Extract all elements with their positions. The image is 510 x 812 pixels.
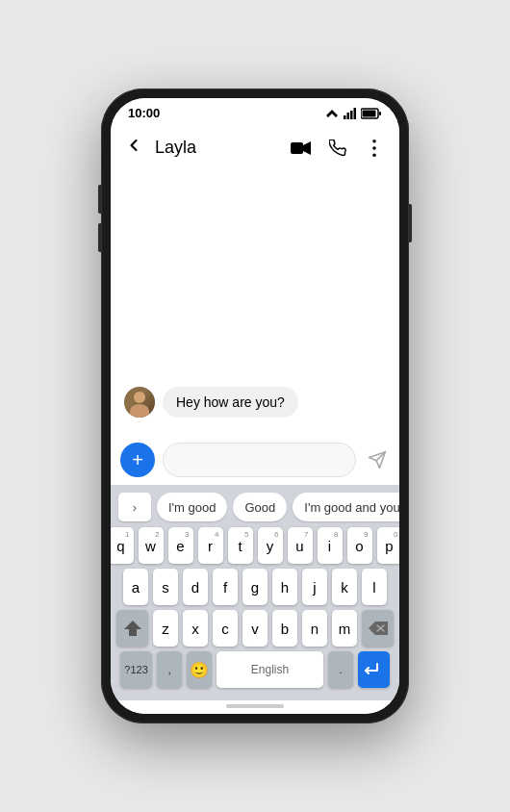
key-f[interactable]: f	[213, 569, 238, 605]
key-a[interactable]: a	[123, 569, 148, 605]
key-m[interactable]: m	[332, 610, 357, 647]
key-s[interactable]: s	[153, 569, 178, 605]
send-button[interactable]	[364, 444, 390, 475]
keyboard: › I'm good Good I'm good and you?	[111, 485, 399, 700]
comma-key[interactable]: ,	[157, 651, 182, 688]
plus-icon: +	[132, 449, 143, 471]
status-bar: 10:00	[111, 98, 399, 124]
key-t[interactable]: 5t	[228, 527, 253, 564]
key-i[interactable]: 8i	[318, 527, 343, 564]
key-j[interactable]: j	[302, 569, 327, 605]
key-h[interactable]: h	[272, 569, 297, 605]
volume-down-button	[98, 223, 101, 252]
key-q[interactable]: 1q	[111, 527, 134, 564]
message-bubble: Hey how are you?	[163, 387, 298, 418]
svg-rect-6	[379, 112, 381, 115]
key-w[interactable]: 2w	[139, 527, 164, 564]
status-icons	[324, 108, 382, 119]
wifi-icon	[324, 108, 340, 119]
svg-point-11	[372, 146, 376, 150]
key-row-2: a s d f g h j k l	[116, 569, 394, 605]
home-bar	[226, 704, 284, 708]
key-y[interactable]: 6y	[258, 527, 283, 564]
key-g[interactable]: g	[242, 569, 268, 605]
suggestion-chip-2[interactable]: I'm good and you?	[293, 493, 399, 521]
phone-screen: 10:00	[111, 98, 399, 714]
key-row-bottom: ?123 , 🙂 English .	[116, 651, 394, 690]
key-c[interactable]: c	[213, 610, 238, 647]
battery-icon	[361, 108, 382, 119]
phone-call-button[interactable]	[322, 133, 353, 164]
key-n[interactable]: n	[302, 610, 327, 647]
key-x[interactable]: x	[183, 610, 208, 647]
svg-point-10	[372, 140, 376, 143]
avatar	[124, 387, 155, 418]
app-bar: Layla	[111, 124, 399, 171]
key-p[interactable]: 0p	[377, 527, 400, 564]
emoji-key[interactable]: 🙂	[187, 651, 212, 688]
key-v[interactable]: v	[242, 610, 268, 647]
svg-marker-18	[124, 621, 141, 636]
key-k[interactable]: k	[332, 569, 357, 605]
svg-rect-8	[291, 142, 303, 154]
period-label: .	[339, 663, 342, 676]
svg-marker-9	[303, 141, 311, 155]
add-attachment-button[interactable]: +	[120, 443, 155, 477]
contact-name: Layla	[155, 138, 286, 158]
suggestions-expand-button[interactable]: ›	[118, 493, 151, 521]
chat-area: Hey how are you?	[111, 171, 399, 435]
svg-rect-1	[344, 115, 346, 119]
svg-rect-7	[363, 110, 376, 116]
numbers-label: ?123	[124, 664, 147, 675]
period-key[interactable]: .	[328, 651, 353, 688]
back-button[interactable]	[116, 130, 151, 165]
backspace-key[interactable]	[362, 610, 394, 647]
suggestion-chip-1[interactable]: Good	[233, 493, 287, 521]
signal-icon	[344, 108, 357, 119]
message-row: Hey how are you?	[124, 387, 386, 418]
svg-rect-2	[347, 113, 350, 119]
enter-key[interactable]	[358, 651, 390, 688]
svg-rect-3	[350, 111, 353, 119]
key-o[interactable]: 9o	[347, 527, 372, 564]
video-call-button[interactable]	[286, 133, 317, 164]
space-label: English	[251, 663, 289, 676]
volume-up-button	[98, 185, 101, 214]
power-button	[409, 204, 412, 242]
status-time: 10:00	[128, 106, 160, 120]
suggestions-row: › I'm good Good I'm good and you?	[113, 489, 397, 525]
suggestion-chip-0[interactable]: I'm good	[157, 493, 227, 521]
key-e[interactable]: 3e	[168, 527, 193, 564]
space-key[interactable]: English	[217, 651, 323, 688]
key-d[interactable]: d	[183, 569, 208, 605]
message-input[interactable]	[163, 443, 356, 477]
key-l[interactable]: l	[362, 569, 387, 605]
phone-device: 10:00	[101, 89, 409, 723]
more-options-button[interactable]	[359, 133, 390, 164]
shift-key[interactable]	[116, 610, 148, 647]
key-r[interactable]: 4r	[198, 527, 223, 564]
key-b[interactable]: b	[272, 610, 297, 647]
avatar-image	[124, 387, 155, 418]
key-rows: 1q 2w 3e 4r 5t 6y 7u 8i 9o 0p a s d f	[113, 525, 397, 697]
app-bar-actions	[286, 133, 390, 164]
key-u[interactable]: 7u	[288, 527, 313, 564]
comma-label: ,	[168, 663, 171, 676]
message-input-row: +	[111, 435, 399, 485]
key-row-1: 1q 2w 3e 4r 5t 6y 7u 8i 9o 0p	[116, 527, 394, 564]
emoji-icon: 🙂	[190, 661, 209, 679]
numbers-key[interactable]: ?123	[120, 651, 152, 688]
key-z[interactable]: z	[153, 610, 178, 647]
key-row-3: z x c v b n m	[116, 610, 394, 647]
svg-rect-4	[354, 108, 357, 119]
svg-point-12	[372, 153, 376, 157]
svg-marker-0	[326, 110, 338, 117]
home-indicator	[111, 700, 399, 714]
